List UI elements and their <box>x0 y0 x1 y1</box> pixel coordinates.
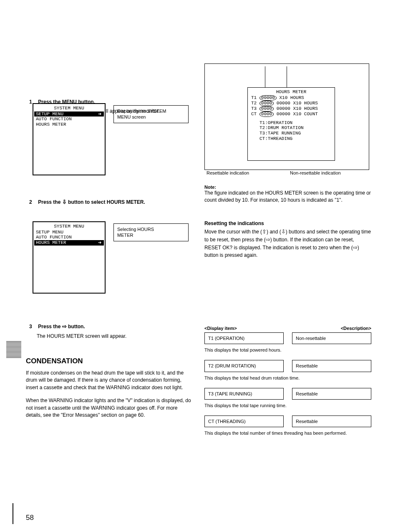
condensation-section: CONDENSATION If moisture condenses on th… <box>26 357 193 419</box>
condensation-title: CONDENSATION <box>26 357 193 365</box>
box-r: Resettable <box>292 360 371 372</box>
hours-row: T3 0000 00000 X10 HOURS <box>251 106 334 111</box>
box-desc: This displays the total powered hours. <box>204 347 371 352</box>
legend-row: CT:THREADING <box>259 136 334 142</box>
right-arrow-icon: ⇨ <box>353 244 358 251</box>
step-number: 3 <box>29 323 37 330</box>
step-number: 2 <box>29 199 37 205</box>
vtr-screen-1: SYSTEM MENU SETUP MENU➔ AUTO FUNCTION HO… <box>33 103 106 175</box>
step-3: 3 Press the ⇨ button. The HOURS METER sc… <box>29 323 198 342</box>
down-arrow-icon: ⇩ <box>62 199 67 205</box>
reset-title: Resetting the indications <box>204 220 371 226</box>
box-l: T3 (TAPE RUNNING) <box>204 388 284 400</box>
up-arrow-icon: ⇧ <box>262 228 267 235</box>
hours-meter-title: HOURS METER <box>249 89 334 95</box>
vtr-title: SYSTEM MENU <box>34 224 104 229</box>
instruction-box-2: Selecting HOURS METER <box>113 223 189 241</box>
note-block: Note: The figure indicated on the HOURS … <box>204 185 371 204</box>
condensation-p1: If moisture condenses on the head drum t… <box>26 370 193 391</box>
vtr-item: AUTO FUNCTION <box>34 117 104 122</box>
box-l: T2 (DRUM ROTATION) <box>204 360 284 372</box>
box-desc: This displays the total head drum rotati… <box>204 375 371 380</box>
condensation-p2: When the WARNING indicator lights and th… <box>26 397 193 419</box>
vtr-title: SYSTEM MENU <box>34 106 104 111</box>
box-desc: This displays the total number of times … <box>204 431 371 436</box>
legend-row: T2:DRUM ROTATION <box>259 125 334 131</box>
vtr-item-selected: SETUP MENU➔ <box>34 111 104 117</box>
vtr-screen-2: SYSTEM MENU SETUP MENU AUTO FUNCTION HOU… <box>33 221 106 294</box>
page-number: 58 <box>26 514 34 522</box>
pair-boxes: <Display item><Description> T1 (OPERATIO… <box>204 326 371 436</box>
box-r: Resettable <box>292 388 371 400</box>
down-arrow-icon: ⇩ <box>281 228 286 235</box>
box-r: Resettable <box>292 415 371 427</box>
vtr-item: HOURS METER <box>34 122 104 127</box>
box-l: T1 (OPERATION) <box>204 332 284 344</box>
right-arrow-icon: ⇨ <box>266 236 270 243</box>
step-sub: The HOURS METER screen will appear. <box>29 333 198 339</box>
vtr-item-selected: HOURS METER➔ <box>34 240 104 246</box>
hours-row: CT 0000 00000 X10 COUNT <box>251 111 334 117</box>
hours-meter-figure: HOURS METER T1 00000 X10 HOURS T2 0000 0… <box>204 63 369 170</box>
callout-nonresettable: Non-resettable indication <box>290 170 341 175</box>
legend-row: T1:OPERATION <box>259 120 334 126</box>
legend-row: T3:TAPE RUNNING <box>259 131 334 136</box>
side-rule <box>6 341 21 358</box>
vtr-item: SETUP MENU <box>34 230 104 235</box>
step-2: 2 Press the ⇩ button to select HOURS MET… <box>29 198 198 208</box>
reset-block: Resetting the indications Move the curso… <box>204 220 371 259</box>
box-r: Non-resettable <box>292 332 371 344</box>
vtr-item: AUTO FUNCTION <box>34 235 104 240</box>
hours-row: T2 0000 00000 X10 HOURS <box>251 101 334 106</box>
callout-resettable: Resettable indication <box>207 170 249 175</box>
hours-row: T1 00000 X10 HOURS <box>251 95 334 101</box>
instruction-box-1: Displaying the SYSTEM MENU screen <box>113 105 189 123</box>
box-desc: This displays the total tape running tim… <box>204 403 371 408</box>
box-l: CT (THREADING) <box>204 415 284 427</box>
right-arrow-icon: ⇨ <box>62 323 67 329</box>
footer-rule <box>13 503 13 524</box>
